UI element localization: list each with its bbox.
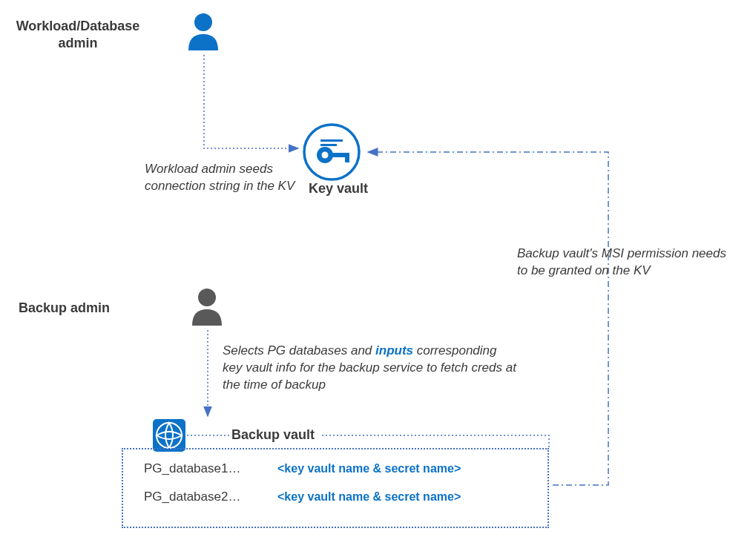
selects-accent: inputs [375, 343, 413, 358]
db-row: PG_database1… <key vault name & secret n… [144, 461, 527, 476]
svg-point-0 [194, 13, 212, 31]
msi-permission-text: Backup vault's MSI permission needs to b… [517, 246, 727, 280]
workload-admin-title: Workload/Database admin [11, 18, 145, 53]
svg-point-4 [322, 152, 329, 159]
selects-text: Selects PG databases and inputs correspo… [223, 343, 519, 394]
backup-admin-title: Backup admin [19, 300, 110, 316]
backup-vault-container: PG_database1… <key vault name & secret n… [122, 448, 549, 528]
user-icon-backup [189, 287, 225, 329]
arrow-workload-to-keyvault [200, 53, 319, 157]
svg-rect-6 [345, 153, 349, 162]
svg-rect-8 [320, 144, 337, 146]
arrow-vault-to-keyvault [364, 145, 616, 490]
db-name: PG_database1… [144, 461, 277, 476]
svg-rect-7 [320, 139, 343, 142]
arrow-backup-to-vault [200, 329, 215, 425]
key-vault-icon [303, 123, 361, 181]
svg-point-9 [198, 289, 216, 306]
selects-prefix: Selects PG databases and [223, 343, 375, 358]
kv-placeholder: <key vault name & secret name> [277, 490, 461, 504]
key-vault-label: Key vault [301, 181, 375, 197]
kv-placeholder: <key vault name & secret name> [277, 462, 461, 475]
db-row: PG_database2… <key vault name & secret n… [144, 490, 527, 504]
user-icon-workload [185, 12, 221, 53]
db-name: PG_database2… [144, 490, 277, 504]
backup-vault-label: Backup vault [231, 427, 315, 443]
